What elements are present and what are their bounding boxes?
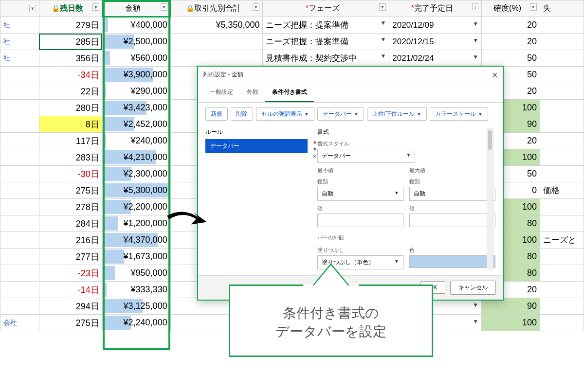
cell-days[interactable]: 356日 (39, 50, 102, 67)
cell-loss[interactable] (540, 315, 584, 331)
tab-general[interactable]: 一般設定 (203, 83, 240, 102)
cell-days[interactable]: 8日 (39, 116, 102, 133)
btn-new[interactable]: 新規 (205, 107, 228, 121)
cell-phase[interactable]: ニーズ把握：提案準備▼ (263, 34, 389, 50)
cell-amount[interactable]: ¥4,210,000 (102, 149, 170, 166)
cell-loss[interactable] (540, 215, 584, 232)
btn-topbottom[interactable]: 上位/下位ルール▼ (367, 107, 427, 121)
cell-amount[interactable]: ¥2,300,000 (102, 166, 170, 182)
cell-amount[interactable]: ¥4,370,000 (102, 232, 170, 249)
cell-loss[interactable] (540, 17, 584, 34)
cell-loss[interactable] (540, 100, 584, 116)
cell-company[interactable] (0, 67, 39, 83)
cell-amount[interactable]: ¥2,240,000 (102, 315, 170, 331)
cancel-button[interactable]: キャンセル (450, 281, 496, 295)
filter-icon[interactable]: ▾ (161, 3, 167, 11)
filter-icon[interactable]: ▾ (92, 3, 99, 11)
cell-company[interactable] (0, 149, 39, 166)
cell-loss[interactable] (540, 298, 584, 315)
cell-loss[interactable] (540, 265, 584, 282)
cell-days[interactable]: 294日 (39, 298, 102, 315)
cell-company[interactable] (0, 199, 39, 215)
chevron-down-icon[interactable]: ▼ (380, 19, 386, 26)
cell-total[interactable]: ¥5,350,000 (170, 17, 263, 34)
cell-amount[interactable]: ¥3,125,000 (102, 298, 170, 315)
cell-company[interactable]: 会社 (0, 315, 39, 331)
cell-loss[interactable] (540, 133, 584, 149)
cell-amount[interactable]: ¥400,000 (102, 17, 170, 34)
col-partner-total[interactable]: 🔒取引先別合計▾ (170, 0, 263, 17)
cell-days[interactable]: 275日 (39, 182, 102, 199)
cell-company[interactable] (0, 298, 39, 315)
sort-icon[interactable]: ↕ (472, 3, 479, 10)
cell-company[interactable] (0, 100, 39, 116)
cell-amount[interactable]: ¥5,300,000 (102, 182, 170, 199)
max-type-select[interactable]: 自動 (409, 187, 495, 201)
cell-phase[interactable]: ニーズ把握：提案準備▼ (263, 17, 389, 34)
cell-total[interactable] (170, 34, 263, 50)
cell-prob[interactable]: 50 (482, 50, 540, 67)
cell-company[interactable] (0, 282, 39, 298)
cell-days[interactable]: 285日 (39, 34, 102, 50)
cell-days[interactable]: 279日 (39, 17, 102, 34)
cell-phase[interactable]: 見積書作成：契約交渉中▼ (263, 50, 389, 67)
table-row[interactable]: 社285日¥2,500,000ニーズ把握：提案準備▼2020/12/15▼20 (0, 34, 584, 50)
col-company[interactable]: ▾ (0, 0, 39, 17)
close-icon[interactable]: ✕ (492, 71, 498, 80)
cell-date[interactable]: 2021/02/24▼ (389, 50, 482, 67)
filter-icon[interactable]: ▾ (379, 3, 386, 11)
cell-company[interactable] (0, 166, 39, 182)
cell-amount[interactable]: ¥333,330 (102, 282, 170, 298)
col-loss[interactable]: 失 (540, 0, 584, 17)
chevron-down-icon[interactable]: ▼ (473, 302, 478, 308)
cell-amount[interactable]: ¥950,000 (102, 265, 170, 282)
style-select[interactable]: データバー (317, 149, 415, 163)
tab-conditional[interactable]: 条件付き書式 (265, 83, 314, 102)
cell-amount[interactable]: ¥2,452,000 (102, 116, 170, 133)
cell-company[interactable] (0, 83, 39, 100)
move-down-icon[interactable]: ▼ (312, 146, 317, 152)
chevron-down-icon[interactable]: ▼ (473, 318, 478, 325)
cell-date[interactable]: 2020/12/09▼ (389, 17, 482, 34)
cell-loss[interactable] (540, 249, 584, 265)
cell-loss[interactable] (540, 116, 584, 133)
cell-company[interactable] (0, 249, 39, 265)
filter-icon[interactable]: ▾ (530, 3, 537, 11)
cell-amount[interactable]: ¥240,000 (102, 133, 170, 149)
col-days[interactable]: 🔒残日数▾ (39, 0, 102, 17)
cell-loss[interactable] (540, 282, 584, 298)
col-amount[interactable]: 金額▾ (102, 0, 170, 17)
scrollbar[interactable] (487, 128, 493, 269)
cell-amount[interactable]: ¥290,000 (102, 83, 170, 100)
cell-loss[interactable]: 価格 (540, 182, 584, 199)
btn-databar[interactable]: データバー▼ (317, 107, 364, 121)
scroll-thumb[interactable] (488, 130, 492, 150)
col-phase[interactable]: *フェーズ▾ (263, 0, 389, 17)
filter-icon[interactable]: ▾ (253, 3, 259, 11)
col-probability[interactable]: 確度(%)▾ (482, 0, 540, 17)
cell-days[interactable]: 283日 (39, 149, 102, 166)
cell-company[interactable]: 社 (0, 50, 39, 67)
chevron-down-icon[interactable]: ▼ (380, 36, 386, 43)
cell-prob[interactable]: 100 (482, 315, 540, 331)
cell-loss[interactable] (540, 149, 584, 166)
table-row[interactable]: 社356日¥560,000見積書作成：契約交渉中▼2021/02/24▼50 (0, 50, 584, 67)
cell-amount[interactable]: ¥560,000 (102, 50, 170, 67)
max-value-input[interactable] (409, 214, 495, 227)
cell-amount[interactable]: ¥2,200,000 (102, 199, 170, 215)
btn-colorscale[interactable]: カラースケール▼ (430, 107, 488, 121)
cell-prob[interactable]: 20 (482, 17, 540, 34)
min-value-input[interactable] (317, 214, 403, 227)
color-swatch[interactable] (409, 255, 495, 268)
cell-days[interactable]: -30日 (39, 166, 102, 182)
chevron-down-icon[interactable]: ▼ (380, 53, 386, 59)
cell-days[interactable]: 277日 (39, 249, 102, 265)
cell-company[interactable] (0, 215, 39, 232)
cell-prob[interactable]: 20 (482, 34, 540, 50)
btn-delete[interactable]: 削除 (231, 107, 253, 121)
chevron-down-icon[interactable]: ▼ (473, 37, 478, 44)
cell-days[interactable]: 22日 (39, 83, 102, 100)
chevron-down-icon[interactable]: ▼ (473, 20, 478, 27)
cell-amount[interactable]: ¥2,500,000 (102, 34, 170, 50)
cell-amount[interactable]: ¥1,673,000 (102, 249, 170, 265)
